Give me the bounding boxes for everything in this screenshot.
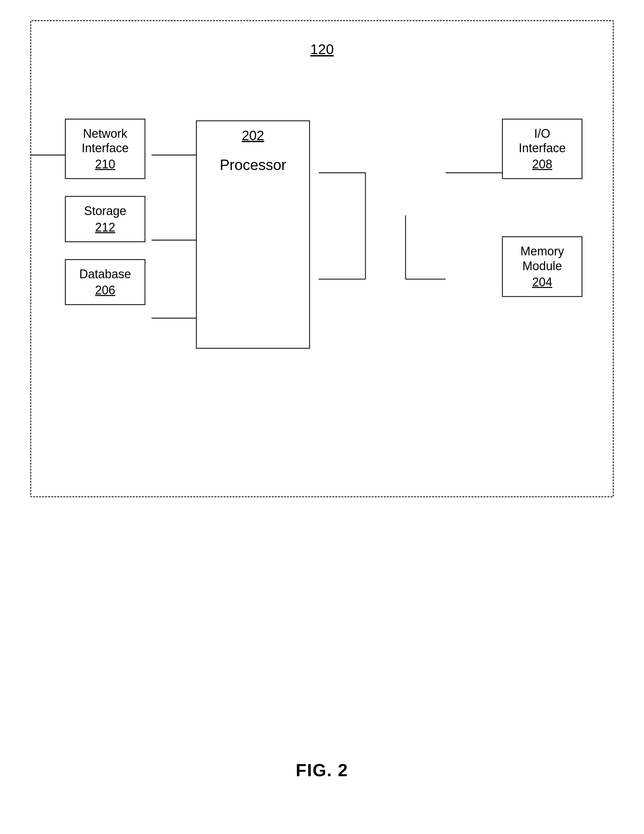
database-title: Database [79, 267, 131, 281]
database-box: Database 206 [65, 259, 145, 305]
network-interface-number: 210 [95, 157, 115, 171]
processor-box: 202 Processor [196, 120, 310, 349]
page: 120 [0, 0, 644, 834]
memory-module-box: Memory Module 204 [502, 236, 583, 297]
diagram-area: Network Interface 210 Storage 212 Databa… [31, 102, 613, 421]
figure-label: FIG. 2 [295, 760, 348, 780]
left-boxes: Network Interface 210 Storage 212 Databa… [65, 119, 145, 305]
processor-title: Processor [220, 157, 286, 173]
io-interface-box: I/O Interface 208 [502, 119, 583, 179]
io-interface-title: I/O Interface [513, 126, 571, 155]
storage-box: Storage 212 [65, 196, 145, 242]
processor-number: 202 [242, 128, 265, 143]
main-container: 120 [30, 20, 614, 497]
memory-module-number: 204 [532, 275, 552, 289]
storage-title: Storage [84, 204, 126, 218]
network-interface-box: Network Interface 210 [65, 119, 145, 179]
storage-number: 212 [95, 220, 115, 234]
memory-module-title: Memory Module [513, 244, 571, 273]
database-number: 206 [95, 283, 115, 297]
io-interface-number: 208 [532, 157, 552, 171]
network-interface-title: Network Interface [76, 126, 134, 155]
right-boxes: I/O Interface 208 Memory Module 204 [502, 119, 583, 297]
container-label: 120 [310, 41, 334, 57]
